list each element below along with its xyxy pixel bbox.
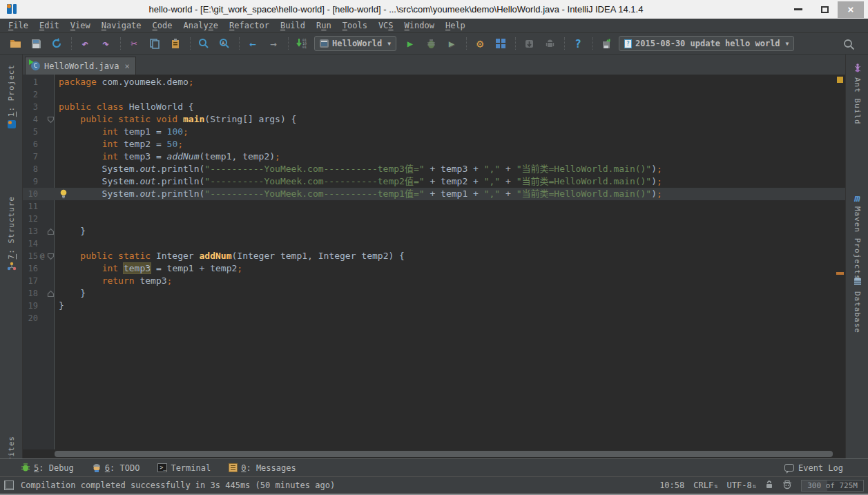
code-line-2[interactable]: 2 <box>23 88 845 101</box>
redo-icon[interactable]: ↷ <box>97 36 114 51</box>
code-line-18[interactable]: 18 } <box>23 287 845 300</box>
line-number[interactable]: 14 <box>23 237 38 250</box>
line-number[interactable]: 6 <box>23 138 38 151</box>
maximize-button[interactable] <box>811 1 838 18</box>
line-number[interactable]: 11 <box>23 200 38 213</box>
code-line-20[interactable]: 20 <box>23 312 845 324</box>
run-configuration-select[interactable]: HelloWorld ▼ <box>314 36 396 51</box>
line-number[interactable]: 5 <box>23 126 38 138</box>
line-number[interactable]: 16 <box>23 262 38 275</box>
run-with-coverage-icon[interactable]: ▶ <box>443 36 460 51</box>
code-line-14[interactable]: 14 <box>23 237 845 250</box>
line-number[interactable]: 15 <box>23 250 38 262</box>
line-number[interactable]: 4 <box>23 113 38 126</box>
line-number[interactable]: 2 <box>23 88 38 101</box>
code-editor[interactable]: 1package com.youmeek.demo;23public class… <box>23 75 845 458</box>
line-number[interactable]: 1 <box>23 76 38 88</box>
error-stripe-mark[interactable] <box>836 272 844 275</box>
sdk-manager-icon[interactable] <box>521 36 537 51</box>
line-number[interactable]: 17 <box>23 275 38 287</box>
update-project-icon[interactable]: 011001 <box>293 36 310 51</box>
forward-icon[interactable]: → <box>265 36 282 51</box>
search-everywhere-icon[interactable] <box>840 37 857 52</box>
toolwindow-debug[interactable]: 5: Debug <box>21 463 74 473</box>
toolwindow-messages[interactable]: 0: Messages <box>229 463 296 473</box>
vcs-changelist-select[interactable]: ? 2015-08-30 update hello world ▼ <box>619 36 794 51</box>
open-icon[interactable] <box>7 36 23 51</box>
line-number[interactable]: 10 <box>23 188 38 200</box>
run-icon[interactable]: ▶ <box>402 36 418 51</box>
code-line-16[interactable]: 16 int temp3 = temp1 + temp2; <box>23 262 845 275</box>
android-device-icon[interactable] <box>541 36 558 51</box>
settings-icon[interactable]: ⚙ <box>472 36 488 51</box>
tool-window-switcher-icon[interactable] <box>4 481 14 490</box>
menu-window[interactable]: Window <box>399 19 440 32</box>
code-line-8[interactable]: 8 System.out.println("----------YouMeek.… <box>23 163 845 175</box>
synchronize-icon[interactable] <box>48 36 65 51</box>
menu-edit[interactable]: Edit <box>34 19 65 32</box>
event-log-button[interactable]: Event Log <box>784 463 843 473</box>
sidebar-item-project[interactable]: 1: Project <box>0 64 23 134</box>
code-line-1[interactable]: 1package com.youmeek.demo; <box>23 76 845 88</box>
sidebar-item-database[interactable]: Database <box>846 274 868 333</box>
horizontal-scrollbar-thumb[interactable] <box>55 451 833 457</box>
code-line-6[interactable]: 6 int temp2 = 50; <box>23 138 845 151</box>
line-number[interactable]: 13 <box>23 225 38 237</box>
menu-tools[interactable]: Tools <box>337 19 373 32</box>
code-line-12[interactable]: 12 <box>23 213 845 225</box>
line-number[interactable]: 8 <box>23 163 38 175</box>
sidebar-item-structure[interactable]: 7: Structure <box>0 196 23 276</box>
sidebar-item-maven-projects[interactable]: m Maven Projects <box>846 190 868 280</box>
code-line-7[interactable]: 7 int temp3 = addNum(temp1, temp2); <box>23 151 845 163</box>
menu-navigate[interactable]: Navigate <box>96 19 147 32</box>
fold-marker-icon[interactable] <box>46 250 55 262</box>
line-ending-select[interactable]: CRLF⇅ <box>693 481 717 490</box>
annotation-gutter-icon[interactable]: @ <box>38 250 46 262</box>
code-line-19[interactable]: 19} <box>23 300 845 312</box>
sync-android-icon[interactable] <box>598 36 615 51</box>
menu-run[interactable]: Run <box>311 19 337 32</box>
code-line-3[interactable]: 3public class HelloWorld { <box>23 101 845 113</box>
toolwindow-terminal[interactable]: >_ Terminal <box>157 463 211 473</box>
error-stripe-mark[interactable] <box>837 77 843 83</box>
menu-build[interactable]: Build <box>275 19 311 32</box>
cut-icon[interactable]: ✂ <box>126 36 142 51</box>
paste-icon[interactable] <box>167 36 184 51</box>
line-number[interactable]: 12 <box>23 213 38 225</box>
fold-marker-icon[interactable] <box>46 287 55 300</box>
menu-refactor[interactable]: Refactor <box>224 19 275 32</box>
line-number[interactable]: 7 <box>23 151 38 163</box>
debug-icon[interactable] <box>423 36 439 51</box>
horizontal-scrollbar[interactable] <box>23 449 845 458</box>
code-line-5[interactable]: 5 int temp1 = 100; <box>23 126 845 138</box>
undo-icon[interactable]: ↶ <box>77 36 93 51</box>
minimize-button[interactable] <box>785 1 811 18</box>
line-number[interactable]: 20 <box>23 312 38 324</box>
code-line-15[interactable]: 15@ public static Integer addNum(Integer… <box>23 250 845 262</box>
menu-vcs[interactable]: VCS <box>373 19 399 32</box>
fold-marker-icon[interactable] <box>46 225 55 237</box>
menu-code[interactable]: Code <box>147 19 178 32</box>
code-line-10[interactable]: 10 System.out.println("----------YouMeek… <box>23 188 845 200</box>
help-icon[interactable]: ? <box>570 36 586 51</box>
copy-icon[interactable] <box>146 36 163 51</box>
code-line-11[interactable]: 11 <box>23 200 845 213</box>
hector-inspector-icon[interactable] <box>782 480 792 492</box>
menu-file[interactable]: File <box>3 19 34 32</box>
encoding-select[interactable]: UTF-8⇅ <box>727 481 757 490</box>
lock-icon[interactable] <box>765 480 773 491</box>
back-icon[interactable]: ← <box>244 36 261 51</box>
line-number[interactable]: 9 <box>23 175 38 188</box>
close-tab-icon[interactable]: × <box>124 61 129 71</box>
save-icon[interactable] <box>28 36 44 51</box>
code-line-17[interactable]: 17 return temp3; <box>23 275 845 287</box>
memory-indicator[interactable]: 300 of 725M <box>801 480 864 492</box>
toolwindow-todo[interactable]: 6: TODO <box>92 463 140 473</box>
code-line-9[interactable]: 9 System.out.println("----------YouMeek.… <box>23 175 845 188</box>
line-number[interactable]: 19 <box>23 300 38 312</box>
fold-marker-icon[interactable] <box>46 113 55 126</box>
menu-analyze[interactable]: Analyze <box>178 19 224 32</box>
sidebar-item-ant-build[interactable]: Ant Build <box>846 60 868 125</box>
code-line-13[interactable]: 13 } <box>23 225 845 237</box>
project-structure-icon[interactable] <box>492 36 509 51</box>
